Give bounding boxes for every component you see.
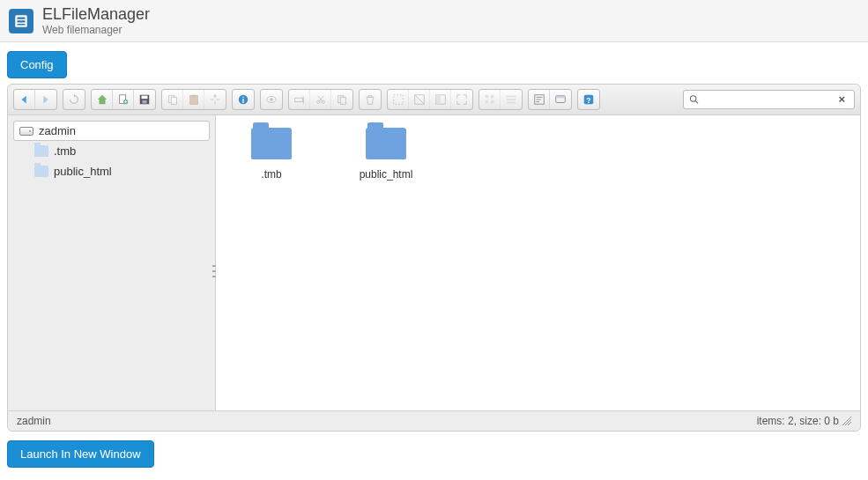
tree-panel: zadmin .tmbpublic_html [8, 115, 216, 410]
app-subtitle: Web filemanager [42, 24, 150, 36]
svg-rect-31 [490, 95, 493, 99]
view-list-icon [501, 90, 522, 109]
svg-rect-42 [556, 96, 566, 99]
status-info: items: 2, size: 0 b [757, 415, 839, 427]
move-icon [204, 90, 226, 109]
delete-icon [360, 90, 381, 109]
svg-point-45 [690, 96, 695, 101]
file-label: public_html [346, 168, 426, 181]
back-icon[interactable] [14, 90, 35, 109]
file-manager: i? × zadmin .tmbpublic_html .tmbpublic_h… [7, 84, 861, 432]
status-path: zadmin [17, 415, 51, 427]
svg-rect-7 [142, 96, 148, 100]
sort-icon[interactable] [529, 90, 550, 109]
cut-icon [310, 90, 331, 109]
svg-rect-33 [490, 100, 493, 104]
toolbar: i? × [8, 85, 860, 115]
svg-line-27 [414, 95, 424, 105]
folder-icon [251, 128, 292, 159]
svg-rect-12 [191, 95, 196, 98]
home-icon[interactable] [92, 90, 113, 109]
search-icon [689, 94, 700, 105]
svg-rect-32 [485, 100, 488, 104]
tree-item-label: public_html [54, 165, 112, 178]
tree-item[interactable]: public_html [13, 161, 210, 181]
svg-rect-24 [368, 96, 372, 98]
svg-rect-22 [340, 97, 345, 104]
tree-root-label: zadmin [39, 124, 76, 137]
rename-icon [289, 90, 310, 109]
svg-rect-3 [18, 24, 26, 26]
info-icon[interactable]: i [233, 90, 254, 109]
copy-icon [162, 90, 183, 109]
search-input[interactable] [700, 93, 839, 106]
reload-icon [63, 90, 85, 109]
new-file-icon[interactable] [113, 90, 134, 109]
svg-rect-25 [393, 95, 403, 105]
status-bar: zadmin items: 2, size: 0 b [8, 410, 860, 431]
folder-icon [366, 128, 406, 159]
search-box[interactable]: × [683, 90, 855, 109]
app-header: ELFileManager Web filemanager [0, 0, 868, 42]
launch-new-window-button[interactable]: Launch In New Window [7, 440, 154, 468]
svg-line-46 [695, 100, 698, 103]
folder-icon [34, 166, 48, 177]
app-logo-icon [9, 9, 33, 33]
save-icon[interactable] [134, 90, 155, 109]
svg-rect-10 [171, 97, 176, 104]
status-corner-icon [842, 417, 851, 425]
invert-selection-icon [430, 90, 451, 109]
file-grid[interactable]: .tmbpublic_html [216, 115, 860, 410]
file-item[interactable]: public_html [346, 128, 426, 181]
paste-icon [183, 90, 204, 109]
resize-handle[interactable] [212, 263, 216, 279]
config-button[interactable]: Config [7, 51, 67, 78]
svg-rect-1 [18, 17, 26, 18]
app-title: ELFileManager [42, 5, 150, 24]
file-item[interactable]: .tmb [232, 128, 311, 181]
svg-rect-30 [485, 95, 488, 99]
svg-point-16 [270, 98, 273, 101]
clear-search-icon[interactable]: × [839, 94, 849, 105]
svg-text:?: ? [586, 96, 590, 105]
drive-icon [19, 127, 33, 136]
select-all-icon [388, 90, 409, 109]
file-label: .tmb [232, 168, 311, 181]
preview-icon [261, 90, 282, 109]
tree-root[interactable]: zadmin [13, 121, 210, 141]
svg-rect-17 [294, 98, 302, 101]
fullscreen-icon [451, 90, 472, 109]
svg-rect-29 [435, 95, 440, 105]
tree-item-label: .tmb [54, 144, 76, 158]
svg-rect-2 [18, 20, 26, 22]
help-icon[interactable]: ? [578, 90, 599, 109]
view-icons-icon [479, 90, 501, 109]
tree-item[interactable]: .tmb [13, 141, 210, 161]
svg-text:i: i [242, 96, 244, 105]
forward-icon [35, 90, 56, 109]
svg-rect-8 [142, 100, 146, 104]
duplicate-icon [331, 90, 352, 109]
folder-icon [34, 145, 48, 157]
view-mode-icon[interactable] [550, 90, 571, 109]
select-none-icon [409, 90, 430, 109]
